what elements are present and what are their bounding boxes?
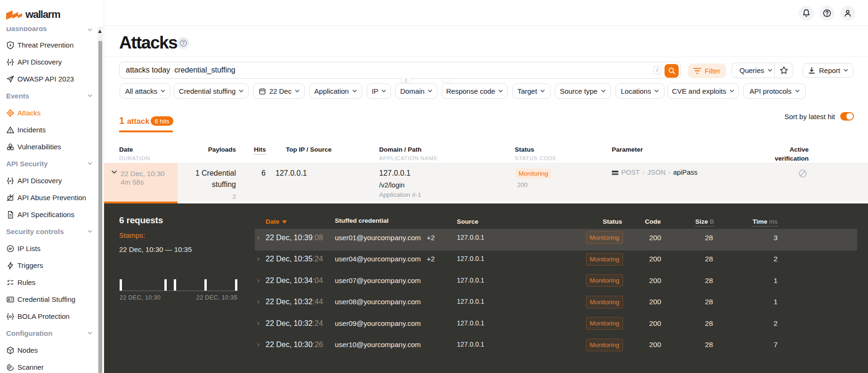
svg-text:ID: ID [9, 315, 12, 318]
svg-text:IP: IP [8, 247, 12, 251]
